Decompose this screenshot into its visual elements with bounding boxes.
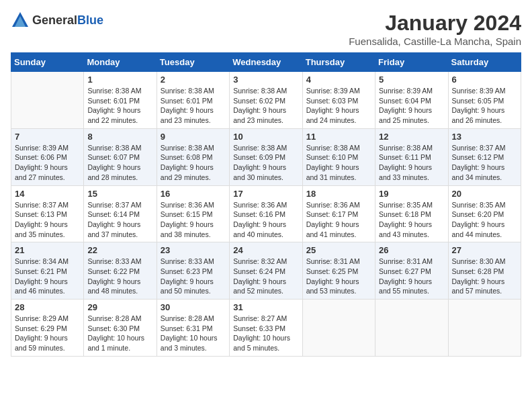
calendar: Sunday Monday Tuesday Wednesday Thursday… <box>11 52 521 357</box>
header-wednesday: Wednesday <box>230 53 302 72</box>
day-number: 23 <box>161 245 226 255</box>
day-number: 16 <box>161 189 226 199</box>
table-row: 7Sunrise: 8:39 AMSunset: 6:06 PMDaylight… <box>11 128 84 185</box>
day-info: Sunrise: 8:36 AMSunset: 6:17 PMDaylight:… <box>306 200 371 240</box>
header-friday: Friday <box>375 53 448 72</box>
day-info: Sunrise: 8:37 AMSunset: 6:12 PMDaylight:… <box>452 143 517 183</box>
header-thursday: Thursday <box>302 53 375 72</box>
logo-text: GeneralBlue <box>32 13 103 28</box>
table-row: 27Sunrise: 8:30 AMSunset: 6:28 PMDayligh… <box>448 242 521 300</box>
day-number: 21 <box>15 245 80 255</box>
day-info: Sunrise: 8:38 AMSunset: 6:02 PMDaylight:… <box>233 86 298 126</box>
day-info: Sunrise: 8:29 AMSunset: 6:29 PMDaylight:… <box>15 314 80 353</box>
calendar-row: 14Sunrise: 8:37 AMSunset: 6:13 PMDayligh… <box>11 185 521 242</box>
table-row: 15Sunrise: 8:37 AMSunset: 6:14 PMDayligh… <box>84 185 157 242</box>
table-row: 24Sunrise: 8:32 AMSunset: 6:24 PMDayligh… <box>230 242 302 300</box>
day-number: 5 <box>379 75 444 85</box>
header-monday: Monday <box>84 53 157 72</box>
logo-icon <box>11 11 30 30</box>
calendar-header-row: Sunday Monday Tuesday Wednesday Thursday… <box>11 53 521 72</box>
day-number: 15 <box>87 189 152 199</box>
day-number: 4 <box>306 75 371 85</box>
table-row: 28Sunrise: 8:29 AMSunset: 6:29 PMDayligh… <box>11 300 84 357</box>
day-number: 8 <box>87 132 152 142</box>
day-info: Sunrise: 8:39 AMSunset: 6:06 PMDaylight:… <box>15 143 80 183</box>
calendar-row: 21Sunrise: 8:34 AMSunset: 6:21 PMDayligh… <box>11 242 521 300</box>
table-row: 29Sunrise: 8:28 AMSunset: 6:30 PMDayligh… <box>84 300 157 357</box>
table-row: 31Sunrise: 8:27 AMSunset: 6:33 PMDayligh… <box>230 300 302 357</box>
day-info: Sunrise: 8:39 AMSunset: 6:04 PMDaylight:… <box>379 86 444 126</box>
table-row: 20Sunrise: 8:35 AMSunset: 6:20 PMDayligh… <box>448 185 521 242</box>
logo-blue: Blue <box>77 13 103 27</box>
table-row: 1Sunrise: 8:38 AMSunset: 6:01 PMDaylight… <box>84 72 157 129</box>
table-row: 30Sunrise: 8:28 AMSunset: 6:31 PMDayligh… <box>157 300 229 357</box>
header: GeneralBlue January 2024 Fuensalida, Cas… <box>11 11 521 47</box>
day-info: Sunrise: 8:38 AMSunset: 6:01 PMDaylight:… <box>161 86 226 126</box>
calendar-row: 28Sunrise: 8:29 AMSunset: 6:29 PMDayligh… <box>11 300 521 357</box>
location-title: Fuensalida, Castille-La Mancha, Spain <box>349 36 521 47</box>
day-info: Sunrise: 8:31 AMSunset: 6:25 PMDaylight:… <box>306 257 371 296</box>
table-row: 2Sunrise: 8:38 AMSunset: 6:01 PMDaylight… <box>157 72 229 129</box>
day-number: 13 <box>452 132 517 142</box>
calendar-row: 7Sunrise: 8:39 AMSunset: 6:06 PMDaylight… <box>11 128 521 185</box>
day-number: 10 <box>233 132 298 142</box>
day-number: 17 <box>233 189 298 199</box>
day-info: Sunrise: 8:28 AMSunset: 6:30 PMDaylight:… <box>87 314 152 353</box>
table-row: 4Sunrise: 8:39 AMSunset: 6:03 PMDaylight… <box>302 72 375 129</box>
day-info: Sunrise: 8:27 AMSunset: 6:33 PMDaylight:… <box>233 314 298 353</box>
day-number: 22 <box>87 245 152 255</box>
day-info: Sunrise: 8:39 AMSunset: 6:03 PMDaylight:… <box>306 86 371 126</box>
day-number: 7 <box>15 132 80 142</box>
day-number: 14 <box>15 189 80 199</box>
table-row: 5Sunrise: 8:39 AMSunset: 6:04 PMDaylight… <box>375 72 448 129</box>
table-row: 11Sunrise: 8:38 AMSunset: 6:10 PMDayligh… <box>302 128 375 185</box>
title-area: January 2024 Fuensalida, Castille-La Man… <box>349 11 521 47</box>
day-number: 28 <box>15 302 80 312</box>
day-number: 30 <box>161 302 226 312</box>
table-row: 25Sunrise: 8:31 AMSunset: 6:25 PMDayligh… <box>302 242 375 300</box>
table-row: 21Sunrise: 8:34 AMSunset: 6:21 PMDayligh… <box>11 242 84 300</box>
calendar-row: 1Sunrise: 8:38 AMSunset: 6:01 PMDaylight… <box>11 72 521 129</box>
day-number: 3 <box>233 75 298 85</box>
day-info: Sunrise: 8:33 AMSunset: 6:23 PMDaylight:… <box>161 257 226 296</box>
day-info: Sunrise: 8:38 AMSunset: 6:01 PMDaylight:… <box>87 86 152 126</box>
day-info: Sunrise: 8:31 AMSunset: 6:27 PMDaylight:… <box>379 257 444 296</box>
logo-general: General <box>32 13 77 27</box>
table-row: 9Sunrise: 8:38 AMSunset: 6:08 PMDaylight… <box>157 128 229 185</box>
table-row <box>11 72 84 129</box>
table-row: 17Sunrise: 8:36 AMSunset: 6:16 PMDayligh… <box>230 185 302 242</box>
day-number: 31 <box>233 302 298 312</box>
header-tuesday: Tuesday <box>157 53 229 72</box>
table-row: 16Sunrise: 8:36 AMSunset: 6:15 PMDayligh… <box>157 185 229 242</box>
day-number: 1 <box>87 75 152 85</box>
table-row: 22Sunrise: 8:33 AMSunset: 6:22 PMDayligh… <box>84 242 157 300</box>
day-number: 12 <box>379 132 444 142</box>
day-number: 11 <box>306 132 371 142</box>
day-info: Sunrise: 8:38 AMSunset: 6:11 PMDaylight:… <box>379 143 444 183</box>
table-row: 8Sunrise: 8:38 AMSunset: 6:07 PMDaylight… <box>84 128 157 185</box>
day-number: 20 <box>452 189 517 199</box>
table-row <box>448 300 521 357</box>
day-number: 29 <box>87 302 152 312</box>
day-info: Sunrise: 8:36 AMSunset: 6:16 PMDaylight:… <box>233 200 298 240</box>
header-sunday: Sunday <box>11 53 84 72</box>
day-info: Sunrise: 8:37 AMSunset: 6:14 PMDaylight:… <box>87 200 152 240</box>
day-number: 19 <box>379 189 444 199</box>
day-info: Sunrise: 8:32 AMSunset: 6:24 PMDaylight:… <box>233 257 298 296</box>
day-info: Sunrise: 8:35 AMSunset: 6:18 PMDaylight:… <box>379 200 444 240</box>
day-number: 24 <box>233 245 298 255</box>
day-info: Sunrise: 8:38 AMSunset: 6:07 PMDaylight:… <box>87 143 152 183</box>
day-info: Sunrise: 8:38 AMSunset: 6:09 PMDaylight:… <box>233 143 298 183</box>
day-number: 9 <box>161 132 226 142</box>
table-row: 13Sunrise: 8:37 AMSunset: 6:12 PMDayligh… <box>448 128 521 185</box>
day-number: 2 <box>161 75 226 85</box>
day-info: Sunrise: 8:35 AMSunset: 6:20 PMDaylight:… <box>452 200 517 240</box>
day-info: Sunrise: 8:33 AMSunset: 6:22 PMDaylight:… <box>87 257 152 296</box>
logo: GeneralBlue <box>11 11 103 30</box>
table-row: 6Sunrise: 8:39 AMSunset: 6:05 PMDaylight… <box>448 72 521 129</box>
table-row: 10Sunrise: 8:38 AMSunset: 6:09 PMDayligh… <box>230 128 302 185</box>
month-title: January 2024 <box>349 11 521 36</box>
day-info: Sunrise: 8:36 AMSunset: 6:15 PMDaylight:… <box>161 200 226 240</box>
day-info: Sunrise: 8:38 AMSunset: 6:08 PMDaylight:… <box>161 143 226 183</box>
table-row <box>375 300 448 357</box>
